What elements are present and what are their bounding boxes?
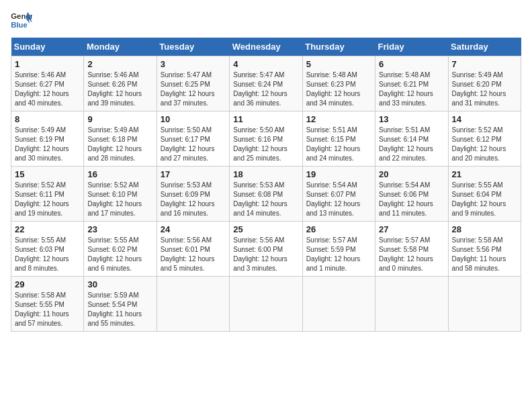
day-info: Sunrise: 5:52 AMSunset: 6:12 PMDaylight:… xyxy=(452,126,517,163)
day-info: Sunrise: 5:51 AMSunset: 6:14 PMDaylight:… xyxy=(379,126,444,163)
calendar-cell: 5Sunrise: 5:48 AMSunset: 6:23 PMDaylight… xyxy=(302,56,375,111)
day-info: Sunrise: 5:48 AMSunset: 6:21 PMDaylight:… xyxy=(379,71,444,108)
day-number: 28 xyxy=(452,224,517,234)
day-number: 30 xyxy=(87,279,152,289)
day-info: Sunrise: 5:54 AMSunset: 6:06 PMDaylight:… xyxy=(379,181,444,218)
calendar-cell: 28Sunrise: 5:58 AMSunset: 5:56 PMDayligh… xyxy=(448,222,521,277)
day-number: 8 xyxy=(15,114,80,124)
calendar-week-row: 8Sunrise: 5:49 AMSunset: 6:19 PMDaylight… xyxy=(11,111,521,167)
day-number: 13 xyxy=(379,114,444,124)
calendar-cell: 7Sunrise: 5:49 AMSunset: 6:20 PMDaylight… xyxy=(448,56,521,111)
logo: General Blue xyxy=(11,11,32,30)
day-info: Sunrise: 5:57 AMSunset: 5:59 PMDaylight:… xyxy=(306,236,371,273)
day-number: 25 xyxy=(233,224,298,234)
calendar-cell: 1Sunrise: 5:46 AMSunset: 6:27 PMDaylight… xyxy=(11,56,84,111)
day-info: Sunrise: 5:47 AMSunset: 6:24 PMDaylight:… xyxy=(233,71,298,108)
day-info: Sunrise: 5:47 AMSunset: 6:25 PMDaylight:… xyxy=(161,71,226,108)
page-header: General Blue xyxy=(11,11,521,30)
calendar-cell: 19Sunrise: 5:54 AMSunset: 6:07 PMDayligh… xyxy=(302,167,375,222)
day-number: 7 xyxy=(452,59,517,69)
day-number: 27 xyxy=(379,224,444,234)
day-info: Sunrise: 5:56 AMSunset: 6:00 PMDaylight:… xyxy=(233,236,298,273)
day-number: 17 xyxy=(161,169,226,179)
calendar-cell: 25Sunrise: 5:56 AMSunset: 6:00 PMDayligh… xyxy=(230,222,302,277)
day-number: 3 xyxy=(161,59,226,69)
calendar-cell: 11Sunrise: 5:50 AMSunset: 6:16 PMDayligh… xyxy=(230,111,302,167)
day-info: Sunrise: 5:55 AMSunset: 6:04 PMDaylight:… xyxy=(452,181,517,218)
calendar-cell xyxy=(375,277,448,332)
day-info: Sunrise: 5:50 AMSunset: 6:17 PMDaylight:… xyxy=(161,126,226,163)
calendar-week-row: 22Sunrise: 5:55 AMSunset: 6:03 PMDayligh… xyxy=(11,222,521,277)
day-info: Sunrise: 5:49 AMSunset: 6:19 PMDaylight:… xyxy=(15,126,80,163)
calendar-cell: 12Sunrise: 5:51 AMSunset: 6:15 PMDayligh… xyxy=(302,111,375,167)
day-info: Sunrise: 5:57 AMSunset: 5:58 PMDaylight:… xyxy=(379,236,444,273)
day-info: Sunrise: 5:54 AMSunset: 6:07 PMDaylight:… xyxy=(306,181,371,218)
svg-text:Blue: Blue xyxy=(11,21,28,29)
day-number: 20 xyxy=(379,169,444,179)
calendar-cell xyxy=(230,277,302,332)
day-info: Sunrise: 5:56 AMSunset: 6:01 PMDaylight:… xyxy=(161,236,226,273)
calendar-week-row: 29Sunrise: 5:58 AMSunset: 5:55 PMDayligh… xyxy=(11,277,521,332)
calendar-cell xyxy=(302,277,375,332)
day-number: 22 xyxy=(15,224,80,234)
calendar-cell: 8Sunrise: 5:49 AMSunset: 6:19 PMDaylight… xyxy=(11,111,84,167)
calendar-cell: 20Sunrise: 5:54 AMSunset: 6:06 PMDayligh… xyxy=(375,167,448,222)
day-number: 12 xyxy=(306,114,371,124)
calendar-cell: 24Sunrise: 5:56 AMSunset: 6:01 PMDayligh… xyxy=(157,222,229,277)
calendar-cell: 22Sunrise: 5:55 AMSunset: 6:03 PMDayligh… xyxy=(11,222,84,277)
day-number: 2 xyxy=(87,59,152,69)
calendar-cell: 30Sunrise: 5:59 AMSunset: 5:54 PMDayligh… xyxy=(84,277,157,332)
calendar-cell: 9Sunrise: 5:49 AMSunset: 6:18 PMDaylight… xyxy=(84,111,157,167)
day-number: 4 xyxy=(233,59,298,69)
day-number: 29 xyxy=(15,279,80,289)
day-number: 14 xyxy=(452,114,517,124)
day-info: Sunrise: 5:50 AMSunset: 6:16 PMDaylight:… xyxy=(233,126,298,163)
weekday-header-monday: Monday xyxy=(84,38,157,56)
day-info: Sunrise: 5:48 AMSunset: 6:23 PMDaylight:… xyxy=(306,71,371,108)
weekday-header-sunday: Sunday xyxy=(11,38,84,56)
calendar-cell: 23Sunrise: 5:55 AMSunset: 6:02 PMDayligh… xyxy=(84,222,157,277)
day-info: Sunrise: 5:53 AMSunset: 6:08 PMDaylight:… xyxy=(233,181,298,218)
day-number: 9 xyxy=(87,114,152,124)
calendar-cell: 3Sunrise: 5:47 AMSunset: 6:25 PMDaylight… xyxy=(157,56,229,111)
day-number: 18 xyxy=(233,169,298,179)
weekday-header-thursday: Thursday xyxy=(302,38,375,56)
calendar-cell xyxy=(157,277,229,332)
day-info: Sunrise: 5:46 AMSunset: 6:26 PMDaylight:… xyxy=(87,71,152,108)
weekday-header-friday: Friday xyxy=(375,38,448,56)
day-number: 21 xyxy=(452,169,517,179)
day-info: Sunrise: 5:49 AMSunset: 6:18 PMDaylight:… xyxy=(87,126,152,163)
weekday-header-wednesday: Wednesday xyxy=(230,38,302,56)
calendar-cell: 29Sunrise: 5:58 AMSunset: 5:55 PMDayligh… xyxy=(11,277,84,332)
day-info: Sunrise: 5:55 AMSunset: 6:03 PMDaylight:… xyxy=(15,236,80,273)
day-info: Sunrise: 5:58 AMSunset: 5:56 PMDaylight:… xyxy=(452,236,517,273)
calendar-cell: 15Sunrise: 5:52 AMSunset: 6:11 PMDayligh… xyxy=(11,167,84,222)
day-info: Sunrise: 5:59 AMSunset: 5:54 PMDaylight:… xyxy=(87,291,152,328)
day-info: Sunrise: 5:52 AMSunset: 6:10 PMDaylight:… xyxy=(87,181,152,218)
calendar-cell: 6Sunrise: 5:48 AMSunset: 6:21 PMDaylight… xyxy=(375,56,448,111)
calendar-cell: 18Sunrise: 5:53 AMSunset: 6:08 PMDayligh… xyxy=(230,167,302,222)
calendar-cell: 26Sunrise: 5:57 AMSunset: 5:59 PMDayligh… xyxy=(302,222,375,277)
weekday-header-tuesday: Tuesday xyxy=(157,38,229,56)
day-number: 26 xyxy=(306,224,371,234)
day-number: 6 xyxy=(379,59,444,69)
calendar-cell: 17Sunrise: 5:53 AMSunset: 6:09 PMDayligh… xyxy=(157,167,229,222)
calendar-cell: 10Sunrise: 5:50 AMSunset: 6:17 PMDayligh… xyxy=(157,111,229,167)
calendar-table: SundayMondayTuesdayWednesdayThursdayFrid… xyxy=(11,38,521,332)
calendar-cell: 27Sunrise: 5:57 AMSunset: 5:58 PMDayligh… xyxy=(375,222,448,277)
calendar-cell: 14Sunrise: 5:52 AMSunset: 6:12 PMDayligh… xyxy=(448,111,521,167)
weekday-header-saturday: Saturday xyxy=(448,38,521,56)
day-info: Sunrise: 5:52 AMSunset: 6:11 PMDaylight:… xyxy=(15,181,80,218)
day-info: Sunrise: 5:58 AMSunset: 5:55 PMDaylight:… xyxy=(15,291,80,328)
calendar-cell: 16Sunrise: 5:52 AMSunset: 6:10 PMDayligh… xyxy=(84,167,157,222)
calendar-cell: 13Sunrise: 5:51 AMSunset: 6:14 PMDayligh… xyxy=(375,111,448,167)
calendar-cell xyxy=(448,277,521,332)
day-number: 16 xyxy=(87,169,152,179)
calendar-cell: 2Sunrise: 5:46 AMSunset: 6:26 PMDaylight… xyxy=(84,56,157,111)
day-number: 23 xyxy=(87,224,152,234)
day-info: Sunrise: 5:49 AMSunset: 6:20 PMDaylight:… xyxy=(452,71,517,108)
weekday-header-row: SundayMondayTuesdayWednesdayThursdayFrid… xyxy=(11,38,521,56)
day-number: 24 xyxy=(161,224,226,234)
day-number: 15 xyxy=(15,169,80,179)
day-number: 19 xyxy=(306,169,371,179)
